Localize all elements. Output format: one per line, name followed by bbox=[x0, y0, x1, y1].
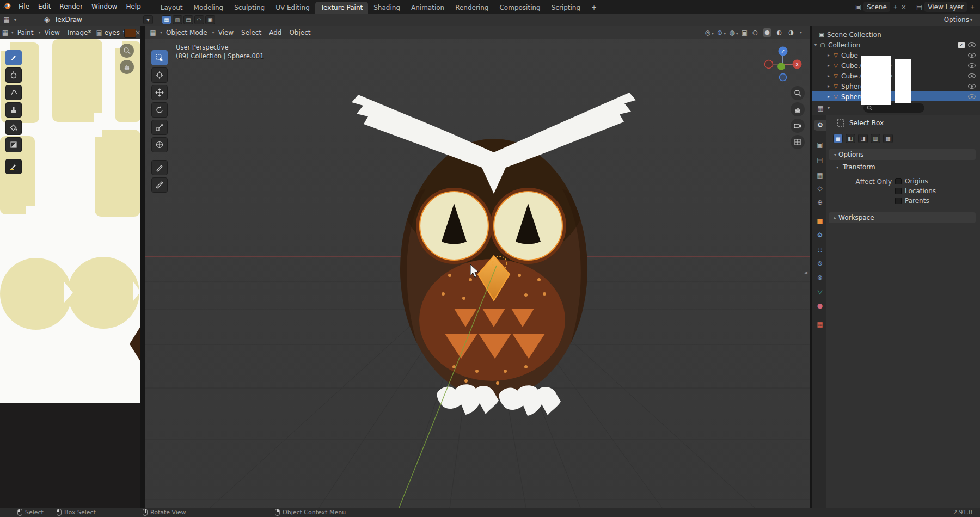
tab-world-icon[interactable]: ⊕ bbox=[814, 197, 826, 208]
menu-window[interactable]: Window bbox=[87, 0, 121, 14]
expand-icon[interactable]: ▸ bbox=[825, 63, 832, 68]
viewport-menu-select[interactable]: Select bbox=[237, 29, 265, 36]
move-tool[interactable] bbox=[151, 85, 168, 100]
navigation-gizmo[interactable]: Z X bbox=[765, 47, 802, 81]
measure-tool[interactable] bbox=[151, 177, 168, 193]
tab-constraints-icon[interactable]: ⊗ bbox=[814, 272, 826, 283]
menu-file[interactable]: File bbox=[14, 0, 34, 14]
expand-icon[interactable]: ▸ bbox=[825, 73, 832, 78]
overlays-toggle-icon[interactable]: ◍▾ bbox=[729, 29, 738, 36]
viewport-menu-object[interactable]: Object bbox=[285, 29, 314, 36]
viewport-ortho-button[interactable] bbox=[791, 135, 805, 149]
eye-icon[interactable] bbox=[968, 94, 976, 99]
properties-editor-type-icon[interactable]: ▦ bbox=[814, 104, 826, 112]
brush-blend-icon[interactable]: ▾ bbox=[143, 15, 153, 24]
add-workspace-button[interactable]: + bbox=[586, 2, 602, 14]
viewport-menu-add[interactable]: Add bbox=[265, 29, 285, 36]
locations-checkbox-row[interactable]: Locations bbox=[895, 187, 936, 195]
tab-output-icon[interactable]: ▤ bbox=[814, 155, 826, 165]
symmetry-y-icon[interactable]: ▥ bbox=[173, 15, 182, 24]
draw-brush-tool[interactable] bbox=[5, 50, 22, 65]
brush-asset-button[interactable] bbox=[5, 159, 22, 174]
viewport-pan-button[interactable] bbox=[791, 102, 805, 116]
options-dropdown[interactable]: Options bbox=[944, 16, 969, 23]
scale-tool[interactable] bbox=[151, 120, 168, 135]
select-mode-intersect-icon[interactable]: ▩ bbox=[883, 134, 893, 143]
tab-animation[interactable]: Animation bbox=[406, 2, 450, 14]
eye-icon[interactable] bbox=[968, 84, 976, 89]
workspace-panel-header[interactable]: ▸ Workspace bbox=[829, 212, 976, 223]
cursor-tool[interactable] bbox=[151, 67, 168, 83]
locations-checkbox[interactable] bbox=[895, 188, 902, 194]
shading-rendered-icon[interactable]: ◑ bbox=[787, 28, 795, 37]
delete-scene-icon[interactable]: × bbox=[901, 3, 906, 11]
brush-preview-icon[interactable]: ◉ bbox=[41, 16, 52, 23]
options-panel-header[interactable]: ▾ Options bbox=[829, 149, 976, 160]
expand-icon[interactable]: ▸ bbox=[825, 94, 832, 99]
tab-rendering[interactable]: Rendering bbox=[450, 2, 494, 14]
expand-icon[interactable]: ▸ bbox=[825, 53, 832, 58]
clone-brush-tool[interactable] bbox=[5, 102, 22, 118]
transform-tool[interactable] bbox=[151, 137, 168, 152]
tab-active-tool-icon[interactable]: ⚙ bbox=[814, 120, 826, 131]
new-view-layer-icon[interactable]: ＋ bbox=[969, 2, 976, 11]
select-mode-invert-icon[interactable]: ▥ bbox=[871, 134, 880, 143]
menu-help[interactable]: Help bbox=[121, 0, 145, 14]
tab-shading[interactable]: Shading bbox=[368, 2, 406, 14]
collection-expand-icon[interactable]: ▾ bbox=[812, 42, 819, 47]
owl-model[interactable] bbox=[352, 93, 636, 416]
visibility-dropdown-icon[interactable]: ◎▾ bbox=[705, 29, 714, 36]
scene-browse-icon[interactable]: ▣ bbox=[855, 3, 861, 11]
symmetry-z-icon[interactable]: ▤ bbox=[183, 15, 193, 24]
viewport-3d[interactable]: ▦ ▾ Object Mode ▾ View Select Add Object… bbox=[145, 26, 810, 508]
origins-checkbox-row[interactable]: Origins bbox=[895, 177, 928, 185]
mask-brush-tool[interactable] bbox=[5, 137, 22, 152]
tab-particles-icon[interactable]: ∷ bbox=[814, 245, 826, 256]
select-box-tool[interactable] bbox=[151, 50, 168, 65]
tab-modeling[interactable]: Modeling bbox=[188, 2, 229, 14]
eye-icon[interactable] bbox=[968, 73, 976, 78]
select-mode-subtract-icon[interactable]: ◨ bbox=[858, 134, 868, 143]
parents-checkbox-row[interactable]: Parents bbox=[895, 197, 929, 205]
view-layer-selector[interactable]: View Layer bbox=[924, 2, 967, 12]
image-menu-image[interactable]: Image* bbox=[64, 29, 95, 36]
outliner-row-scene-collection[interactable]: ▣ Scene Collection bbox=[812, 29, 980, 40]
tab-modifiers-icon[interactable]: ⚙ bbox=[814, 230, 826, 241]
xray-toggle-icon[interactable]: ▣ bbox=[742, 29, 748, 36]
tab-render-icon[interactable]: ▣ bbox=[814, 139, 826, 150]
tab-layout[interactable]: Layout bbox=[155, 2, 188, 14]
tab-scripting[interactable]: Scripting bbox=[546, 2, 586, 14]
collection-checkbox[interactable]: ✓ bbox=[958, 42, 965, 48]
tab-compositing[interactable]: Compositing bbox=[494, 2, 546, 14]
new-scene-icon[interactable]: ＋ bbox=[892, 2, 899, 11]
tab-material-icon[interactable]: ● bbox=[814, 300, 826, 311]
shading-material-icon[interactable]: ◐ bbox=[775, 28, 783, 37]
annotate-tool[interactable] bbox=[151, 160, 168, 175]
soften-brush-tool[interactable] bbox=[5, 67, 22, 83]
gizmo-y-axis[interactable] bbox=[777, 63, 785, 70]
gizmo-z-neg-axis[interactable] bbox=[780, 74, 787, 81]
scene-owl-model[interactable]: Z X bbox=[145, 39, 810, 508]
outliner-row-collection[interactable]: ▾ ▢ Collection ✓ bbox=[812, 40, 980, 50]
viewport-zoom-button[interactable] bbox=[791, 86, 805, 100]
paint-tool-icon[interactable]: ▦ bbox=[0, 16, 13, 23]
tool-dropdown-caret-icon[interactable]: ▾ bbox=[14, 17, 16, 22]
tab-physics-icon[interactable]: ⊚ bbox=[814, 258, 826, 269]
tab-texture-paint[interactable]: Texture Paint bbox=[315, 2, 368, 14]
menu-edit[interactable]: Edit bbox=[34, 0, 55, 14]
shading-solid-icon[interactable]: ● bbox=[763, 28, 771, 37]
tab-sculpting[interactable]: Sculpting bbox=[229, 2, 270, 14]
zoom-bubble[interactable] bbox=[120, 44, 134, 58]
fill-brush-tool[interactable] bbox=[5, 120, 22, 135]
tab-object-data-icon[interactable]: ▽ bbox=[814, 286, 826, 297]
viewport-menu-view[interactable]: View bbox=[215, 29, 237, 36]
viewport-editor-type-icon[interactable]: ▦ bbox=[147, 29, 159, 36]
menu-render[interactable]: Render bbox=[55, 0, 87, 14]
image-menu-view[interactable]: View bbox=[40, 29, 63, 36]
smear-brush-tool[interactable] bbox=[5, 85, 22, 100]
tab-scene-icon[interactable]: ◇ bbox=[814, 183, 826, 194]
select-mode-extend-icon[interactable]: ◧ bbox=[846, 134, 855, 143]
image-browse-icon[interactable]: ▣ bbox=[96, 29, 102, 36]
select-mode-new-icon[interactable]: ▦ bbox=[833, 134, 843, 143]
viewport-camera-button[interactable] bbox=[791, 119, 805, 133]
